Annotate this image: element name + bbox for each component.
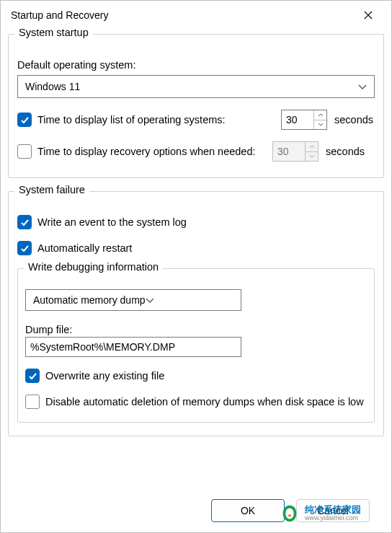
debug-type-dropdown[interactable]: Automatic memory dump [25, 289, 241, 311]
time-list-spinner[interactable] [281, 110, 327, 130]
content-area: System startup Default operating system:… [1, 30, 391, 445]
close-button[interactable] [354, 1, 383, 30]
spinner-up-icon[interactable] [314, 110, 326, 120]
system-failure-group: System failure Write an event to the sys… [8, 191, 384, 436]
write-event-checkbox[interactable] [17, 215, 32, 229]
time-list-checkbox[interactable] [17, 113, 32, 127]
debug-info-group: Write debugging information Automatic me… [17, 268, 375, 423]
time-recovery-label: Time to display recovery options when ne… [37, 146, 267, 157]
overwrite-checkbox[interactable] [25, 369, 40, 383]
time-recovery-checkbox[interactable] [17, 144, 32, 159]
cancel-button[interactable]: Cancel [296, 499, 370, 522]
time-list-label: Time to display list of operating system… [37, 114, 275, 125]
close-icon [364, 11, 373, 19]
default-os-value: Windows 11 [25, 81, 80, 92]
system-failure-title: System failure [14, 184, 89, 195]
check-icon [20, 218, 30, 227]
system-startup-group: System startup Default operating system:… [8, 34, 384, 178]
titlebar: Startup and Recovery [1, 1, 391, 30]
time-recovery-value [273, 142, 305, 161]
overwrite-row: Overwrite any existing file [25, 369, 367, 383]
debug-info-title: Write debugging information [24, 261, 163, 273]
check-icon [20, 115, 30, 125]
seconds-label: seconds [326, 146, 366, 157]
write-event-row: Write an event to the system log [17, 215, 375, 229]
system-startup-title: System startup [14, 27, 93, 38]
write-event-label: Write an event to the system log [37, 216, 375, 228]
auto-restart-label: Automatically restart [37, 242, 375, 254]
overwrite-label: Overwrite any existing file [45, 370, 367, 382]
default-os-label: Default operating system: [17, 59, 375, 71]
ok-button[interactable]: OK [211, 499, 285, 522]
button-row: OK Cancel [211, 499, 370, 522]
dialog-window: Startup and Recovery System startup Defa… [0, 0, 392, 533]
time-recovery-row: Time to display recovery options when ne… [17, 141, 375, 162]
dump-file-label: Dump file: [25, 324, 367, 335]
check-icon [28, 371, 37, 381]
debug-type-value: Automatic memory dump [33, 294, 146, 306]
disable-auto-delete-label: Disable automatic deletion of memory dum… [45, 396, 367, 408]
disable-auto-delete-row: Disable automatic deletion of memory dum… [25, 395, 367, 409]
spinner-down-icon[interactable] [314, 120, 326, 130]
chevron-down-icon [358, 81, 367, 92]
chevron-down-icon [146, 294, 154, 306]
dump-file-input[interactable]: %SystemRoot%\MEMORY.DMP [25, 337, 241, 357]
auto-restart-checkbox[interactable] [17, 241, 32, 255]
dump-file-value: %SystemRoot%\MEMORY.DMP [30, 341, 175, 353]
spinner-down-icon [306, 152, 318, 162]
check-icon [20, 244, 30, 253]
window-title: Startup and Recovery [11, 9, 354, 21]
time-list-value[interactable] [282, 110, 313, 129]
default-os-dropdown[interactable]: Windows 11 [17, 75, 375, 98]
time-list-row: Time to display list of operating system… [17, 110, 375, 130]
seconds-label: seconds [334, 114, 375, 125]
auto-restart-row: Automatically restart [17, 241, 375, 255]
spinner-up-icon [306, 142, 318, 152]
time-recovery-spinner [272, 141, 318, 162]
disable-auto-delete-checkbox[interactable] [25, 395, 40, 409]
